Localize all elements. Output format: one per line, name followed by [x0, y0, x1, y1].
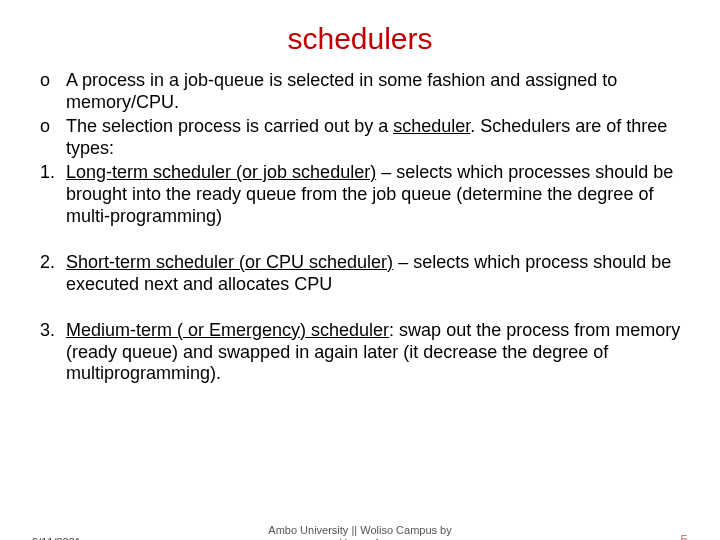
- number-marker: 2.: [40, 252, 66, 296]
- numbered-item: 3. Medium-term ( or Emergency) scheduler…: [66, 320, 688, 386]
- number-marker: 3.: [40, 320, 66, 386]
- footer-date: 6/11/2021: [32, 536, 81, 540]
- text-underline: Long-term scheduler (or job scheduler): [66, 162, 376, 182]
- bullet-marker: o: [40, 116, 66, 160]
- slide-title: schedulers: [0, 22, 720, 56]
- bullet-marker: o: [40, 70, 66, 114]
- spacer: [66, 230, 688, 252]
- spacer: [66, 298, 688, 320]
- numbered-item: 2. Short-term scheduler (or CPU schedule…: [66, 252, 688, 296]
- slide-body: o A process in a job-queue is selected i…: [0, 70, 720, 385]
- number-marker: 1.: [40, 162, 66, 228]
- footer-page-number: 5: [680, 532, 688, 540]
- footer-source-line1: Ambo University || Woliso Campus by: [268, 524, 451, 537]
- bullet-text: The selection process is carried out by …: [66, 116, 688, 160]
- slide: schedulers o A process in a job-queue is…: [0, 22, 720, 540]
- text-fragment: The selection process is carried out by …: [66, 116, 393, 136]
- numbered-text: Medium-term ( or Emergency) scheduler: s…: [66, 320, 688, 386]
- text-underline: Short-term scheduler (or CPU scheduler): [66, 252, 393, 272]
- numbered-item: 1. Long-term scheduler (or job scheduler…: [66, 162, 688, 228]
- bullet-text: A process in a job-queue is selected in …: [66, 70, 688, 114]
- text-underline: scheduler: [393, 116, 470, 136]
- footer-center: Ambo University || Woliso Campus by Huse…: [268, 524, 451, 540]
- bullet-item: o The selection process is carried out b…: [66, 116, 688, 160]
- bullet-item: o A process in a job-queue is selected i…: [66, 70, 688, 114]
- numbered-text: Long-term scheduler (or job scheduler) –…: [66, 162, 688, 228]
- numbered-text: Short-term scheduler (or CPU scheduler) …: [66, 252, 688, 296]
- text-underline: Medium-term ( or Emergency) scheduler: [66, 320, 389, 340]
